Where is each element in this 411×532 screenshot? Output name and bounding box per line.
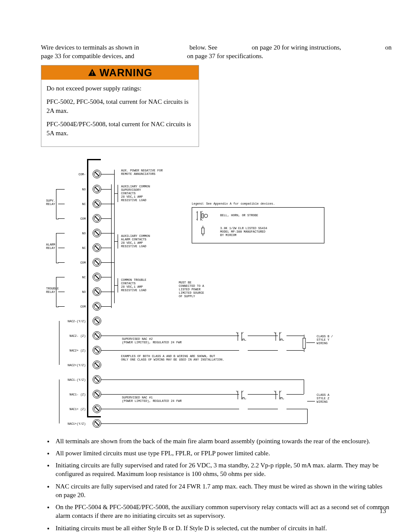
svg-rect-62 [280, 398, 282, 399]
bell-symbol-icon [196, 211, 209, 221]
note-item: On the PFC-5004 & PFC-5004E/PFC-5008, th… [54, 503, 389, 520]
terminal-screw [93, 243, 101, 252]
note-item: All terminals are shown from the back of… [54, 437, 389, 445]
note-item: NAC circuits are fully supervised and ra… [54, 482, 389, 500]
svg-rect-51 [280, 339, 282, 341]
svg-line-19 [95, 289, 99, 294]
terminal-screw [93, 390, 101, 398]
warning-title: WARNING [100, 67, 153, 79]
terminal-label: NC [82, 202, 86, 206]
svg-rect-47 [243, 339, 244, 341]
terminal-label: COM [80, 217, 86, 221]
svg-line-13 [95, 246, 99, 250]
terminal-screw [93, 287, 101, 296]
annot-aux-neg: AUX. POWER NEGATIVE FOR REMOTE ANNUNCIAT… [121, 169, 163, 176]
svg-line-23 [95, 319, 99, 323]
wiring-diagram: COM-NONCCOMNONCCOMNCNOCOMNAC2-(Y/Z)NAC2-… [41, 159, 386, 426]
annot-classa: CLASS A STYLE Z WIRING [317, 393, 329, 404]
terminal-screw [93, 404, 101, 413]
svg-line-37 [95, 421, 99, 426]
svg-line-27 [95, 348, 99, 352]
annot-nac2: SUPERVISED NAC #2 (POWER LIMITED), REGUL… [121, 337, 183, 344]
terminal-screw [93, 346, 101, 355]
svg-point-48 [245, 340, 246, 341]
svg-line-29 [95, 363, 99, 367]
nac-device-icon [236, 332, 246, 341]
annot-trouble: COMMON TROUBLE CONTACTS 28 VDC,1 AMP RES… [121, 278, 146, 292]
annot-aux-supv: AUXILIARY COMMON SUPERVISORY CONTACTS 28… [121, 185, 150, 202]
relay-group-label: TROUBLE RELAY [46, 287, 59, 294]
warning-body: Do not exceed power supply ratings: PFC-… [41, 80, 199, 146]
svg-line-15 [95, 260, 99, 264]
terminal-screw [93, 419, 101, 428]
svg-rect-1 [92, 74, 93, 75]
terminal-screw [93, 361, 101, 369]
svg-line-21 [95, 304, 99, 308]
intro-2b: on page 37 for specifications. [187, 52, 389, 60]
svg-line-3 [95, 172, 99, 176]
elr-symbol-icon [200, 226, 206, 236]
terminal-label: COM [80, 261, 86, 264]
svg-rect-0 [92, 71, 93, 74]
nac-device-icon [236, 391, 246, 399]
terminal-label: NO [82, 232, 86, 235]
elr-icon [302, 335, 306, 352]
terminal-screw [93, 185, 101, 193]
terminal-label: NAC2- (Z) [69, 334, 86, 338]
terminal-label: NAC1- (Z) [69, 393, 86, 396]
relay-group-label: SUPV. RELAY [46, 199, 55, 206]
svg-rect-54 [303, 338, 305, 348]
page-number: 13 [380, 507, 386, 515]
warning-p3: PFC-5004E/PFC-5008, total current for NA… [47, 120, 193, 138]
terminal-screw [93, 375, 101, 384]
svg-line-31 [95, 377, 99, 382]
terminal-label: COM [80, 305, 86, 308]
svg-point-52 [283, 340, 284, 341]
intro-2a: page 33 for compatible devices, and [41, 52, 162, 60]
warning-icon [87, 68, 97, 78]
svg-point-59 [245, 398, 246, 399]
terminal-label: NC [82, 276, 86, 279]
svg-point-63 [283, 398, 284, 399]
svg-line-35 [95, 407, 99, 411]
intro-1c: on page 20 for wiring instructions, [252, 43, 357, 52]
legend-elr: 3.9K 1/2W ELR LISTED S5434 MODEL MP-300 … [220, 227, 267, 237]
note-item: All power limited circuits must use type… [54, 449, 389, 457]
intro-1d: on [385, 43, 389, 52]
notes-list: All terminals are shown from the back of… [41, 437, 389, 532]
terminal-label: NC [82, 246, 86, 250]
svg-rect-43 [202, 228, 204, 234]
terminal-label: NO [82, 188, 86, 191]
terminal-screw [93, 214, 101, 223]
svg-line-33 [95, 392, 99, 396]
nac-device-icon [274, 332, 284, 341]
svg-line-7 [95, 202, 99, 206]
terminal-label: NAC1-(Y/Z) [68, 378, 86, 382]
terminal-label: NAC2+ (Z) [69, 349, 86, 352]
terminal-screw [93, 258, 101, 267]
note-item: Initiating circuits are fully supervised… [54, 461, 389, 479]
terminal-screw [93, 302, 101, 311]
svg-rect-40 [202, 214, 203, 218]
terminal-screw [93, 331, 101, 340]
legend-box: BELL, HORN, OR STROBE 3.9K 1/2W ELR LIST… [192, 207, 324, 243]
terminal-label: NO [82, 290, 86, 294]
svg-line-25 [95, 333, 99, 338]
svg-line-11 [95, 231, 99, 235]
note-item: Initiating circuits must be all either S… [54, 524, 389, 532]
terminal-label: NAC1+ (Z) [69, 408, 86, 411]
nac-device-icon [274, 391, 284, 399]
svg-line-5 [95, 187, 99, 191]
svg-line-9 [95, 216, 99, 221]
terminal-screw [93, 273, 101, 281]
terminal-screw [93, 317, 101, 325]
warning-box: WARNING Do not exceed power supply ratin… [41, 65, 199, 147]
terminal-label: COM- [78, 173, 86, 176]
intro-text: Wire devices to terminals as shown in be… [41, 43, 389, 61]
legend-title: Legend: See Appendix A for compatible de… [192, 202, 275, 205]
terminal-screw [93, 229, 101, 237]
relay-group-label: ALARM RELAY [46, 243, 55, 250]
warning-p2: PFC-5002, PFC-5004, total current for NA… [47, 97, 193, 115]
svg-line-17 [95, 275, 99, 279]
terminal-label: NAC1+(Y/Z) [68, 422, 86, 426]
